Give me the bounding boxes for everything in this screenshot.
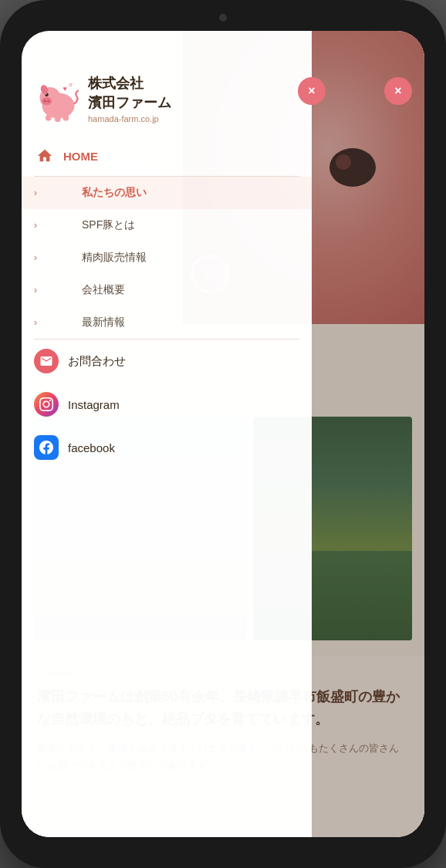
nav-item-spf[interactable]: › SPF豚とは — [22, 209, 312, 241]
nav-item-company[interactable]: › 会社概要 — [22, 274, 312, 306]
phone-screen: 崎の、飯盛の、 濱田の極み豚。 ✓ Concept 濱田ファームは創業50有余年… — [22, 31, 424, 837]
chevron-icon-meat: › — [34, 252, 37, 263]
instagram-icon — [34, 392, 59, 417]
chevron-icon-thoughts: › — [34, 187, 37, 198]
svg-point-4 — [47, 100, 49, 103]
social-item-email[interactable]: お問合わせ — [22, 339, 312, 383]
logo-text: 株式会社 濱田ファーム hamada-farm.co.jp — [88, 74, 296, 123]
nav-item-home[interactable]: HOME — [22, 136, 312, 176]
nav-label-spf: SPF豚とは — [40, 218, 296, 232]
home-label: HOME — [63, 150, 296, 163]
email-icon — [34, 349, 59, 373]
svg-text:✿: ✿ — [69, 83, 73, 87]
logo-area: ♥ ✿ 株式会社 濱田ファーム hamada-farm.co.jp — [22, 31, 312, 136]
nav-label-company: 会社概要 — [40, 283, 296, 297]
nav-item-meat[interactable]: › 精肉販売情報 — [22, 241, 312, 274]
facebook-icon — [34, 435, 59, 460]
close-panel-button[interactable]: × — [298, 77, 326, 105]
chevron-icon-spf: › — [34, 220, 37, 231]
nav-label-thoughts: 私たちの思い — [40, 186, 296, 200]
instagram-label: Instagram — [68, 398, 120, 411]
navigation-panel: × — [22, 31, 312, 837]
close-right-button[interactable]: × — [384, 77, 412, 105]
social-item-facebook[interactable]: facebook — [22, 426, 312, 469]
svg-rect-9 — [55, 117, 61, 123]
phone-frame: 崎の、飯盛の、 濱田の極み豚。 ✓ Concept 濱田ファームは創業50有余年… — [0, 0, 446, 868]
svg-rect-8 — [46, 115, 52, 121]
chevron-icon-news: › — [34, 317, 37, 328]
svg-text:♥: ♥ — [63, 85, 67, 93]
pig-logo-icon: ♥ ✿ — [34, 76, 80, 122]
facebook-label: facebook — [68, 441, 115, 454]
nav-label-meat: 精肉販売情報 — [40, 251, 296, 265]
email-label: お問合わせ — [68, 354, 126, 369]
nav-list: HOME › 私たちの思い › SPF豚とは › 精肉販売情報 — [22, 136, 312, 477]
chevron-icon-company: › — [34, 285, 37, 296]
nav-item-thoughts[interactable]: › 私たちの思い — [22, 177, 312, 209]
home-icon — [34, 145, 56, 167]
company-url: hamada-farm.co.jp — [88, 114, 296, 123]
svg-point-3 — [44, 100, 46, 103]
company-name: 株式会社 濱田ファーム — [88, 74, 296, 113]
overlay-dim — [312, 31, 424, 837]
social-item-instagram[interactable]: Instagram — [22, 383, 312, 426]
svg-point-2 — [42, 97, 52, 106]
nav-item-news[interactable]: › 最新情報 — [22, 306, 312, 339]
nav-label-news: 最新情報 — [40, 316, 296, 329]
svg-rect-10 — [63, 115, 69, 121]
